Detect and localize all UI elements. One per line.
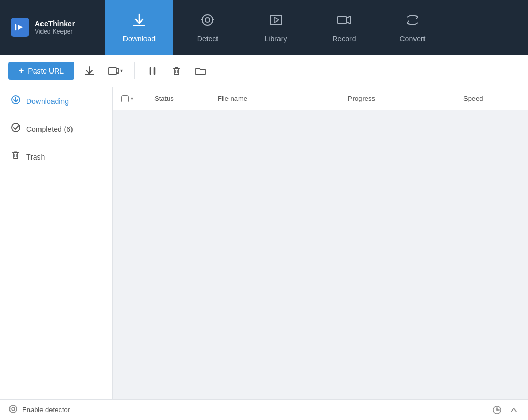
svg-marker-12	[274, 17, 279, 23]
convert-nav-label: Convert	[399, 35, 425, 43]
plus-icon: +	[19, 66, 24, 76]
svg-point-30	[9, 405, 17, 413]
history-button[interactable]	[490, 404, 504, 416]
sidebar-item-trash[interactable]: Trash	[0, 143, 112, 171]
nav-tab-detect[interactable]: Detect	[173, 0, 242, 55]
downloading-icon	[11, 94, 21, 108]
svg-rect-14	[85, 74, 94, 75]
table-header: ▾ Status File name Progress Speed	[113, 87, 528, 110]
convert-nav-icon	[405, 12, 420, 32]
logo-icon	[11, 18, 29, 37]
toolbar: + Paste URL ▾	[0, 55, 528, 87]
svg-rect-20	[174, 68, 179, 75]
sidebar-item-downloading[interactable]: Downloading	[0, 87, 112, 115]
svg-point-5	[202, 15, 213, 25]
sidebar-downloading-label: Downloading	[26, 97, 69, 106]
svg-rect-13	[338, 16, 346, 24]
sidebar-trash-label: Trash	[26, 153, 45, 161]
status-column-header: Status	[148, 94, 211, 102]
sidebar-item-completed[interactable]: Completed (6)	[0, 115, 112, 143]
checkbox-dropdown-arrow[interactable]: ▾	[131, 96, 133, 101]
main-content: Downloading Completed (6) T	[0, 87, 528, 399]
svg-point-25	[12, 123, 20, 132]
svg-rect-11	[270, 15, 282, 25]
library-nav-icon	[268, 12, 284, 32]
nav-tab-convert[interactable]: Convert	[378, 0, 447, 55]
download-nav-icon	[131, 12, 147, 32]
nav-tab-library[interactable]: Library	[242, 0, 310, 55]
svg-rect-3	[133, 25, 145, 26]
filename-column-header: File name	[211, 94, 341, 102]
library-nav-label: Library	[265, 35, 287, 43]
checkbox-column-header: ▾	[121, 95, 148, 102]
toolbar-divider	[134, 62, 135, 79]
sidebar-spacer	[0, 171, 112, 399]
download-nav-label: Download	[123, 35, 156, 43]
video-format-button[interactable]: ▾	[105, 63, 126, 79]
nav-tab-record[interactable]: Record	[310, 0, 378, 55]
dropdown-arrow-icon: ▾	[120, 68, 123, 74]
svg-point-6	[205, 18, 210, 22]
expand-button[interactable]	[508, 405, 520, 415]
svg-point-31	[12, 407, 15, 411]
sidebar-completed-label: Completed (6)	[26, 125, 73, 133]
nav-tabs: Download Detect	[105, 0, 528, 55]
speed-column-header: Speed	[457, 94, 520, 102]
bottom-bar: Enable detector	[0, 399, 528, 420]
open-folder-button[interactable]	[192, 63, 210, 79]
svg-rect-16	[109, 67, 116, 75]
enable-detector-label: Enable detector	[22, 406, 70, 414]
table-body	[113, 110, 528, 399]
app-title: AceThinker	[35, 19, 75, 28]
delete-button[interactable]	[168, 63, 185, 79]
content-area: ▾ Status File name Progress Speed	[113, 87, 528, 399]
detector-icon	[8, 404, 18, 416]
progress-column-header: Progress	[341, 94, 457, 102]
download-to-device-button[interactable]	[80, 63, 98, 79]
trash-icon	[11, 150, 21, 163]
nav-tab-download[interactable]: Download	[105, 0, 173, 55]
select-all-checkbox[interactable]	[121, 95, 129, 102]
app-logo: AceThinker Video Keeper	[0, 0, 105, 55]
paste-url-label: Paste URL	[28, 67, 64, 75]
app-subtitle: Video Keeper	[35, 28, 75, 35]
logo-text: AceThinker Video Keeper	[35, 19, 75, 35]
pause-button[interactable]	[143, 63, 161, 79]
completed-icon	[11, 122, 21, 135]
detect-nav-icon	[200, 12, 215, 32]
top-nav: AceThinker Video Keeper Download	[0, 0, 528, 55]
svg-rect-27	[14, 153, 18, 159]
sidebar: Downloading Completed (6) T	[0, 87, 113, 399]
paste-url-button[interactable]: + Paste URL	[8, 62, 74, 80]
record-nav-label: Record	[332, 35, 356, 43]
record-nav-icon	[336, 12, 352, 32]
detect-nav-label: Detect	[197, 35, 218, 43]
